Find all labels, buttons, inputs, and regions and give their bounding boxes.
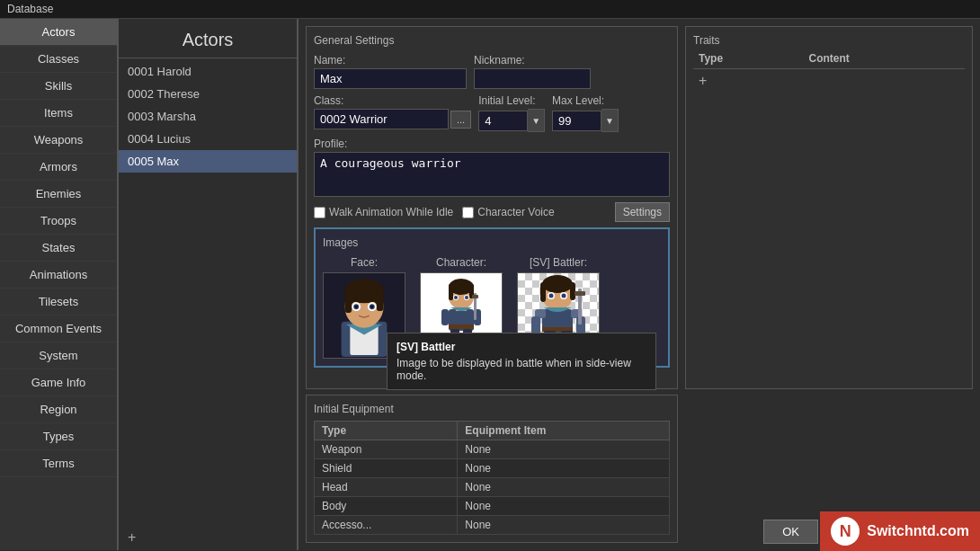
equip-item: None	[458, 440, 670, 459]
options-row: Walk Animation While Idle Character Voic…	[314, 202, 670, 222]
max-level-spinner[interactable]: ▼	[601, 109, 619, 132]
equipment-table: Type Equipment Item WeaponNoneShieldNone…	[314, 421, 670, 535]
actor-item-0004[interactable]: 0004 Lucius	[119, 128, 297, 150]
equipment-row[interactable]: HeadNone	[315, 478, 670, 497]
svg-rect-55	[575, 291, 585, 296]
svg-point-31	[454, 296, 458, 299]
svg-point-32	[465, 296, 468, 299]
nickname-input[interactable]	[474, 68, 591, 89]
equipment-section: Initial Equipment Type Equipment Item We…	[306, 395, 678, 543]
walk-anim-checkbox[interactable]	[314, 207, 325, 218]
actor-item-0002[interactable]: 0002 Therese	[119, 83, 297, 105]
actor-item-0005[interactable]: 0005 Max	[119, 150, 297, 173]
sidebar-item-game-info[interactable]: Game Info	[0, 369, 117, 396]
tooltip-title: [SV] Battler	[396, 341, 646, 353]
equip-type: Weapon	[315, 440, 458, 459]
title-label: Database	[7, 3, 53, 15]
svg-rect-18	[441, 309, 449, 325]
initial-level-label: Initial Level:	[478, 94, 545, 107]
equip-col-item: Equipment Item	[458, 422, 670, 440]
ok-button[interactable]: OK	[763, 520, 818, 544]
name-input[interactable]	[314, 68, 467, 89]
equip-item: None	[458, 478, 670, 497]
traits-col-type: Type	[693, 49, 804, 69]
sidebar-item-troops[interactable]: Troops	[0, 208, 117, 235]
sidebar-item-animations[interactable]: Animations	[0, 262, 117, 289]
char-voice-checkbox-item[interactable]: Character Voice	[462, 206, 554, 218]
equipment-row[interactable]: ShieldNone	[315, 459, 670, 478]
svg-point-52	[549, 294, 554, 298]
equip-item: None	[458, 459, 670, 478]
nickname-label: Nickname:	[474, 54, 591, 67]
sidebar-item-common-events[interactable]: Common Events	[0, 315, 117, 342]
sidebar-item-enemies[interactable]: Enemies	[0, 181, 117, 208]
equip-item: None	[458, 497, 670, 516]
svg-rect-39	[531, 316, 540, 334]
walk-anim-checkbox-item[interactable]: Walk Animation While Idle	[314, 206, 453, 218]
title-bar: Database	[0, 0, 980, 19]
initial-level-spinner[interactable]: ▼	[528, 109, 545, 132]
sidebar-item-states[interactable]: States	[0, 235, 117, 262]
face-label: Face:	[351, 256, 378, 269]
general-settings-title: General Settings	[314, 34, 670, 47]
svg-point-47	[542, 275, 573, 293]
actor-add-button[interactable]: +	[119, 525, 297, 550]
sidebar-item-terms[interactable]: Terms	[0, 450, 117, 477]
sidebar-item-system[interactable]: System	[0, 342, 117, 369]
svg-point-53	[562, 294, 566, 298]
equip-col-type: Type	[315, 422, 458, 440]
equip-type: Accesso...	[315, 516, 458, 535]
max-level-input[interactable]	[552, 111, 601, 131]
svg-rect-34	[472, 295, 478, 298]
sidebar-item-classes[interactable]: Classes	[0, 46, 117, 73]
class-input[interactable]	[314, 109, 449, 129]
svg-rect-49	[570, 282, 575, 300]
actor-item-0001[interactable]: 0001 Harold	[119, 60, 297, 83]
traits-table: Type Content	[693, 49, 965, 69]
profile-label: Profile:	[314, 138, 670, 150]
class-label: Class:	[314, 94, 471, 107]
svg-point-14	[370, 306, 373, 308]
tooltip-description: Image to be displayed in battle when in …	[396, 357, 646, 382]
sv-battler-tooltip: [SV] Battler Image to be displayed in ba…	[387, 333, 656, 390]
equipment-row[interactable]: WeaponNone	[315, 440, 670, 459]
equipment-row[interactable]: BodyNone	[315, 497, 670, 516]
traits-add-button[interactable]: +	[693, 69, 965, 93]
class-select-button[interactable]: ...	[450, 111, 471, 129]
char-voice-checkbox[interactable]	[462, 207, 474, 218]
equip-type: Shield	[315, 459, 458, 478]
sidebar-item-actors[interactable]: Actors	[0, 19, 117, 46]
actor-item-0003[interactable]: 0003 Marsha	[119, 105, 297, 128]
traits-panel: Traits Type Content +	[685, 26, 973, 389]
traits-title: Traits	[693, 34, 965, 47]
actor-list: 0001 Harold0002 Therese0003 Marsha0004 L…	[119, 58, 297, 525]
brand-box: N Switchntd.com	[820, 511, 980, 551]
name-label: Name:	[314, 54, 467, 67]
svg-rect-27	[449, 284, 453, 300]
equipment-row[interactable]: Accesso...None	[315, 516, 670, 535]
sidebar-item-weapons[interactable]: Weapons	[0, 127, 117, 154]
sidebar-item-region[interactable]: Region	[0, 396, 117, 423]
actor-list-title: Actors	[119, 19, 297, 58]
equip-type: Head	[315, 478, 458, 497]
sidebar-item-items[interactable]: Items	[0, 100, 117, 127]
svg-rect-48	[540, 282, 546, 302]
svg-rect-17	[449, 324, 474, 329]
equip-type: Body	[315, 497, 458, 516]
sv-battler-label: [SV] Battler:	[530, 256, 587, 269]
brand-text: Switchntd.com	[867, 523, 969, 539]
brand-logo: N	[831, 517, 860, 546]
char-voice-settings-button[interactable]: Settings	[615, 202, 670, 222]
actor-list-panel: Actors 0001 Harold0002 Therese0003 Marsh…	[119, 19, 298, 550]
initial-level-input[interactable]	[478, 111, 528, 131]
ok-area: OK	[763, 520, 818, 544]
profile-textarea[interactable]: A courageous warrior	[314, 152, 670, 197]
traits-col-content: Content	[804, 49, 966, 69]
walk-anim-label: Walk Animation While Idle	[329, 206, 453, 218]
equipment-title: Initial Equipment	[314, 403, 670, 415]
sidebar: ActorsClassesSkillsItemsWeaponsArmorsEne…	[0, 19, 119, 550]
sidebar-item-types[interactable]: Types	[0, 423, 117, 450]
sidebar-item-tilesets[interactable]: Tilesets	[0, 289, 117, 315]
sidebar-item-skills[interactable]: Skills	[0, 73, 117, 100]
sidebar-item-armors[interactable]: Armors	[0, 154, 117, 181]
